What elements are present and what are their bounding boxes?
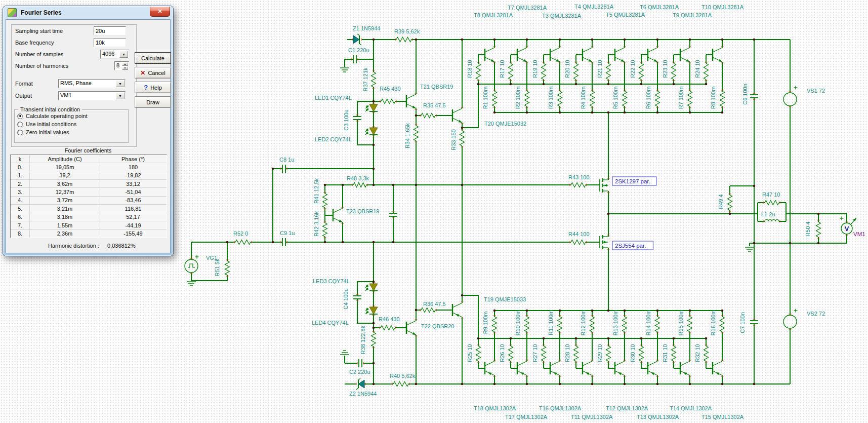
component-label[interactable]: R26 10 [499, 344, 505, 362]
component-label[interactable]: L1 2u [761, 211, 775, 217]
component-label[interactable]: Z2 1N5944 [349, 391, 377, 397]
component-label[interactable]: C9 1u [280, 230, 295, 236]
cancel-button[interactable]: ✕ Cancel [135, 67, 171, 79]
component-label[interactable]: R34 1,65k [404, 123, 410, 148]
component-label[interactable]: R50 4 [805, 221, 811, 236]
component-label[interactable]: R7 100m [678, 87, 684, 109]
component-label[interactable]: R44 100 [568, 231, 590, 237]
component-label[interactable]: T22 QBSR20 [421, 323, 454, 329]
component-label[interactable]: R25 10 [467, 344, 473, 362]
component-label[interactable]: R4 100m [580, 87, 586, 109]
component-label[interactable]: T11 QMJL1302A [571, 414, 613, 420]
component-label[interactable]: R47 10 [762, 191, 780, 198]
component-label[interactable]: R52 0 [233, 230, 248, 237]
component-label[interactable]: R43 100 [568, 174, 590, 180]
component-label[interactable]: T10 QMJL3281A [701, 4, 744, 10]
calculate-button[interactable]: Calculate [135, 52, 171, 64]
component-label[interactable]: T5 QMJL3281A [606, 12, 645, 18]
component-label[interactable]: C4 100u [343, 288, 349, 310]
dialog-titlebar[interactable]: Fourier Series [3, 6, 173, 19]
component-label[interactable]: C1 220u [348, 47, 369, 53]
help-button[interactable]: ? Help [135, 82, 171, 93]
number-of-harmonics-spinner[interactable]: 8 ▲▼ [114, 61, 129, 70]
component-label[interactable]: R35 47,5 [423, 102, 446, 108]
component-label[interactable]: Z1 1N5944 [353, 25, 380, 31]
radio-icon[interactable] [17, 122, 23, 127]
component-label[interactable]: R1 100m [482, 87, 488, 109]
component-label[interactable]: R2 100m [515, 87, 521, 109]
component-label[interactable]: T23 QBSR19 [346, 208, 379, 214]
component-label[interactable]: T12 QMJL1302A [606, 405, 648, 411]
voltmeter-label[interactable]: VM1 [853, 231, 865, 237]
component-label[interactable]: C8 1u [279, 157, 294, 163]
component-label[interactable]: T14 QMJL1302A [670, 405, 712, 411]
radio-icon[interactable] [17, 130, 23, 135]
chevron-down-icon[interactable]: ▼ [119, 51, 128, 58]
radio-use-initial-conditions[interactable]: Use initial conditions [17, 121, 76, 127]
number-of-samples-select[interactable]: 4096 ▼ [100, 50, 129, 59]
component-label[interactable]: R9 100m [482, 312, 488, 334]
component-label[interactable]: T16 QMJL1302A [539, 405, 582, 411]
component-label[interactable]: T3 QMJL3281A [542, 13, 582, 19]
component-label[interactable]: R23 10 [662, 60, 668, 78]
component-label[interactable]: R13 100m [612, 310, 618, 336]
component-label[interactable]: R24 10 [694, 60, 700, 78]
component-label[interactable]: LED2 CQY74L [315, 136, 352, 142]
base-frequency-input[interactable] [94, 38, 126, 47]
component-label[interactable]: LED3 CQY74L [313, 278, 350, 284]
component-label[interactable]: R51 5k [214, 258, 220, 276]
component-label[interactable]: R14 100m [645, 310, 651, 336]
component-label[interactable]: R8 100m [710, 87, 716, 109]
spin-down-icon[interactable]: ▼ [122, 66, 128, 70]
component-label[interactable]: R18 10 [467, 60, 473, 78]
component-label[interactable]: T9 QMJL3281A [673, 12, 712, 18]
component-label[interactable]: LED4 CQY74L [312, 320, 349, 326]
component-label[interactable]: R31 10 [662, 344, 668, 362]
radio-icon[interactable] [17, 113, 23, 119]
component-label[interactable]: R12 100m [580, 310, 586, 336]
output-select[interactable]: VM1 ▼ [58, 91, 126, 100]
component-label[interactable]: R33 150 [450, 129, 457, 150]
component-label[interactable]: R42 3,16k [313, 211, 319, 237]
component-label[interactable]: R32 10 [694, 344, 700, 362]
component-label[interactable]: R41 12,5k [313, 178, 319, 204]
component-label[interactable]: R45 430 [380, 86, 401, 92]
component-label[interactable]: R27 10 [532, 344, 538, 362]
component-label[interactable]: C3 100u [343, 109, 349, 131]
component-label[interactable]: T8 QMJL3281A [474, 12, 513, 18]
component-label[interactable]: LED1 CQY74L [315, 95, 352, 101]
component-label[interactable]: R48 3,3k [347, 175, 369, 181]
component-label[interactable]: R5 100m [612, 87, 618, 109]
component-label[interactable]: R21 10 [597, 60, 603, 78]
close-button[interactable]: ✕ [150, 7, 170, 17]
component-label[interactable]: T17 QMJL1302A [505, 414, 548, 420]
component-label[interactable]: R39 5,62k [394, 28, 420, 34]
sampling-start-time-input[interactable] [94, 26, 126, 35]
component-label[interactable]: R20 10 [564, 60, 570, 78]
component-label[interactable]: R17 10 [499, 60, 505, 78]
component-label[interactable]: C2 220u [349, 369, 370, 375]
spin-up-icon[interactable]: ▲ [122, 62, 128, 66]
component-label[interactable]: R6 100m [645, 87, 651, 109]
component-label[interactable]: R11 100m [548, 310, 554, 335]
component-label[interactable]: C7 100n [739, 312, 746, 333]
component-label[interactable]: R29 10 [597, 344, 603, 362]
component-label[interactable]: R40 5,62k [390, 373, 416, 379]
component-label[interactable]: R49 4 [718, 194, 724, 209]
format-select[interactable]: RMS, Phase ▼ [58, 79, 126, 88]
component-label[interactable]: T7 QMJL3281A [508, 5, 547, 11]
radio-zero-initial-values[interactable]: Zero initial values [17, 129, 69, 135]
component-label[interactable]: T20 QMJE15032 [484, 121, 526, 127]
draw-button[interactable]: Draw [135, 96, 171, 108]
radio-calculate-operating-point[interactable]: Calculate operating point [17, 113, 88, 119]
component-label[interactable]: T21 QBSR19 [420, 84, 453, 90]
chevron-down-icon[interactable]: ▼ [116, 80, 125, 87]
component-label[interactable]: R10 100m [515, 310, 521, 336]
component-label[interactable]: VS2 72 [807, 311, 825, 317]
component-label[interactable]: T15 QMJL1302A [701, 414, 744, 420]
component-label[interactable]: VS1 72 [807, 88, 825, 94]
component-label[interactable]: T6 QMJL3281A [640, 4, 679, 10]
component-label[interactable]: R28 10 [564, 344, 570, 362]
component-label[interactable]: R19 10 [532, 60, 538, 78]
component-label[interactable]: T19 QMJE15033 [484, 296, 526, 302]
